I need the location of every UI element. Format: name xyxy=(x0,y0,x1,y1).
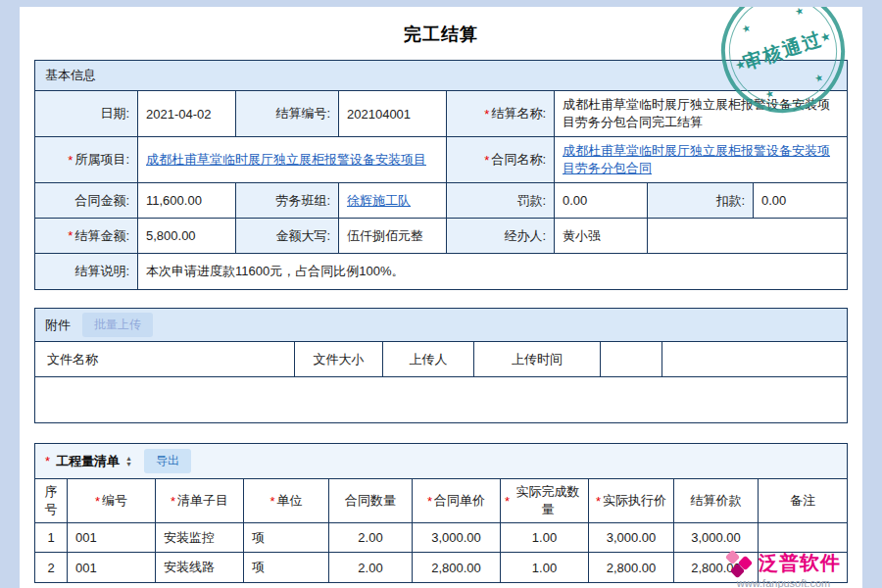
amount-in-words-value: 伍仟捌佰元整 xyxy=(339,219,447,254)
deduction-label: 扣款: xyxy=(648,183,754,219)
attachments-header-bar: 附件 批量上传 xyxy=(35,309,847,342)
completion-settlement-page: 完工结算 ★ ★ ★ ★ ★ ★ 审核通过 基本信息 日期: 2021-04-0… xyxy=(20,7,862,588)
fanpu-logo-row: 泛普软件 xyxy=(726,550,841,576)
handler-value: 黄小强 xyxy=(555,219,648,254)
item-cell-unit: 项 xyxy=(244,523,329,553)
settlement-amount-value: 5,800.00 xyxy=(138,219,236,254)
required-mark: * xyxy=(596,494,601,509)
settlement-name-value: 成都杜甫草堂临时展厅独立展柜报警设备安装项目劳务分包合同完工结算 xyxy=(555,91,847,137)
page-title: 完工结算 xyxy=(34,23,848,46)
settlement-no-value: 202104001 xyxy=(339,91,447,137)
item-cell-serial: 1 xyxy=(35,523,68,553)
column-header-file-size: 文件大小 xyxy=(295,342,383,377)
item-cell-code: 001 xyxy=(68,553,156,582)
item-cell-remark xyxy=(759,523,847,553)
attachments-table-header: 文件名称 文件大小 上传人 上传时间 xyxy=(35,342,847,377)
handler-label: 经办人: xyxy=(447,219,555,254)
brand-name: 泛普软件 xyxy=(759,550,841,576)
settlement-amount-label: * 结算金额: xyxy=(35,219,138,254)
contract-amount-label: 合同金额: xyxy=(35,183,138,219)
column-label: 编号 xyxy=(102,492,127,510)
fanpu-logo: 泛普软件 www.fanpusoft.com xyxy=(726,550,841,588)
item-list-title: 工程量清单 xyxy=(56,453,120,470)
column-header-actual-qty: * 实际完成数量 xyxy=(501,479,589,523)
contract-amount-value: 11,600.00 xyxy=(138,183,236,219)
attachments-empty-area xyxy=(35,377,847,422)
brand-website: www.fanpusoft.com xyxy=(726,577,841,588)
batch-upload-button[interactable]: 批量上传 xyxy=(82,313,153,337)
export-button[interactable]: 导出 xyxy=(144,449,191,473)
column-header-uploader: 上传人 xyxy=(383,342,474,377)
penalty-label: 罚款: xyxy=(447,183,555,219)
labor-team-link[interactable]: 徐辉施工队 xyxy=(347,192,411,210)
column-header-remark: 备注 xyxy=(759,479,847,523)
required-mark: * xyxy=(484,153,489,168)
contract-name-label-text: 合同名称: xyxy=(491,151,546,169)
required-mark: * xyxy=(484,107,489,122)
labor-team-label: 劳务班组: xyxy=(236,183,339,219)
contract-name-value-cell: 成都杜甫草堂临时展厅独立展柜报警设备安装项目劳务分包合同 xyxy=(555,137,847,183)
column-header-serial: 序号 xyxy=(35,479,68,523)
deduction-value: 0.00 xyxy=(754,183,847,219)
item-cell-list-item: 安装监控 xyxy=(156,523,244,553)
column-header-actual-price: * 实际执行价 xyxy=(589,479,674,523)
required-mark: * xyxy=(270,494,274,509)
item-list-table: 序号 * 编号 * 清单子目 * 单位 合同数量 * 合同单价 * xyxy=(35,479,847,582)
item-list-header-bar: * 工程量清单 ▲ ▼ 导出 xyxy=(35,444,847,479)
item-cell-contract-qty: 2.00 xyxy=(329,523,413,553)
item-cell-serial: 2 xyxy=(35,553,68,582)
penalty-value: 0.00 xyxy=(555,183,648,219)
column-label: 清单子目 xyxy=(177,492,228,510)
item-cell-settlement-amount: 3,000.00 xyxy=(674,523,759,553)
star-icon: ★ xyxy=(794,7,806,18)
sort-down-icon: ▼ xyxy=(125,462,132,467)
column-header-file-name: 文件名称 xyxy=(35,342,295,377)
column-header-settlement-amount: 结算价款 xyxy=(674,479,759,523)
empty-cell xyxy=(648,219,847,254)
required-mark: * xyxy=(427,494,432,509)
column-label: 合同单价 xyxy=(434,492,485,510)
date-label: 日期: xyxy=(35,91,138,137)
column-header-unit: * 单位 xyxy=(244,479,329,523)
column-label: 备注 xyxy=(790,492,815,510)
project-label-text: 所属项目: xyxy=(74,151,129,169)
column-label: 合同数量 xyxy=(345,492,396,510)
settlement-no-label: 结算编号: xyxy=(236,91,339,137)
column-label: 实际执行价 xyxy=(603,492,666,510)
settlement-note-value: 本次申请进度款11600元，占合同比例100%。 xyxy=(138,254,847,289)
contract-name-label: * 合同名称: xyxy=(447,137,555,183)
settlement-name-label: * 结算名称: xyxy=(447,91,555,137)
column-header-list-item: * 清单子目 xyxy=(156,479,244,523)
required-mark: * xyxy=(68,153,73,168)
item-cell-code: 001 xyxy=(68,523,156,553)
column-header-contract-price: * 合同单价 xyxy=(413,479,501,523)
date-value: 2021-04-02 xyxy=(138,91,236,137)
item-cell-actual-qty: 1.00 xyxy=(501,553,589,582)
column-header-code: * 编号 xyxy=(68,479,156,523)
empty-header-cell xyxy=(662,342,847,377)
item-cell-unit: 项 xyxy=(244,553,329,582)
required-mark: * xyxy=(505,494,510,509)
settlement-amount-label-text: 结算金额: xyxy=(74,227,129,245)
sort-icon[interactable]: ▲ ▼ xyxy=(125,456,132,467)
settlement-note-label: 结算说明: xyxy=(35,254,138,289)
column-label: 结算价款 xyxy=(691,492,742,510)
item-cell-actual-price: 3,000.00 xyxy=(589,523,674,553)
required-mark: * xyxy=(95,494,100,509)
item-cell-actual-price: 2,800.00 xyxy=(589,553,674,582)
item-cell-contract-price: 2,800.00 xyxy=(413,553,501,582)
item-cell-contract-qty: 2.00 xyxy=(329,553,413,582)
contract-name-link[interactable]: 成都杜甫草堂临时展厅独立展柜报警设备安装项目劳务分包合同 xyxy=(563,142,839,177)
amount-in-words-label: 金额大写: xyxy=(236,219,339,254)
fanpu-logo-icon xyxy=(726,551,752,576)
required-mark: * xyxy=(171,494,175,509)
required-mark: * xyxy=(68,228,73,243)
column-label: 单位 xyxy=(277,492,303,510)
column-label: 序号 xyxy=(39,483,63,518)
required-mark: * xyxy=(45,454,50,468)
column-label: 实际完成数量 xyxy=(512,483,584,518)
project-label: * 所属项目: xyxy=(35,137,138,183)
attachments-title: 附件 xyxy=(45,317,71,334)
basic-info-grid: 日期: 2021-04-02 结算编号: 202104001 * 结算名称: 成… xyxy=(35,91,847,289)
project-link[interactable]: 成都杜甫草堂临时展厅独立展柜报警设备安装项目 xyxy=(146,151,426,169)
